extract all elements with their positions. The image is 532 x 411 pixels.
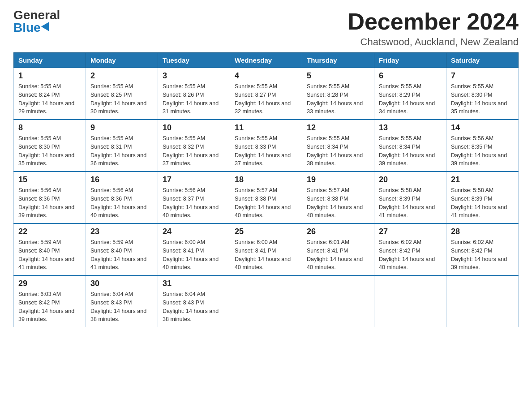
calendar-cell: 23 Sunrise: 5:59 AMSunset: 8:40 PMDaylig… <box>86 223 158 275</box>
day-info: Sunrise: 5:55 AMSunset: 8:27 PMDaylight:… <box>235 83 291 115</box>
day-number: 18 <box>235 175 297 184</box>
day-number: 19 <box>307 175 369 184</box>
day-info: Sunrise: 5:55 AMSunset: 8:31 PMDaylight:… <box>90 135 146 167</box>
day-info: Sunrise: 5:59 AMSunset: 8:40 PMDaylight:… <box>90 239 146 270</box>
day-number: 26 <box>307 227 369 236</box>
day-info: Sunrise: 5:56 AMSunset: 8:35 PMDaylight:… <box>451 135 507 167</box>
calendar-cell: 19 Sunrise: 5:57 AMSunset: 8:38 PMDaylig… <box>302 171 374 223</box>
calendar-cell: 1 Sunrise: 5:55 AMSunset: 8:24 PMDayligh… <box>14 68 86 120</box>
day-info: Sunrise: 5:55 AMSunset: 8:33 PMDaylight:… <box>235 135 291 167</box>
day-number: 23 <box>90 227 153 236</box>
logo: General Blue <box>13 9 60 34</box>
day-number: 21 <box>451 175 514 184</box>
week-row-2: 8 Sunrise: 5:55 AMSunset: 8:30 PMDayligh… <box>14 120 519 171</box>
day-info: Sunrise: 5:55 AMSunset: 8:30 PMDaylight:… <box>18 135 74 167</box>
calendar-cell: 14 Sunrise: 5:56 AMSunset: 8:35 PMDaylig… <box>446 120 519 171</box>
day-info: Sunrise: 5:55 AMSunset: 8:34 PMDaylight:… <box>379 135 435 167</box>
calendar-cell: 2 Sunrise: 5:55 AMSunset: 8:25 PMDayligh… <box>86 68 158 120</box>
day-info: Sunrise: 6:02 AMSunset: 8:42 PMDaylight:… <box>451 239 507 270</box>
month-title: December 2024 <box>348 9 519 34</box>
day-info: Sunrise: 5:55 AMSunset: 8:30 PMDaylight:… <box>451 83 507 115</box>
day-number: 17 <box>163 175 225 184</box>
week-row-5: 29 Sunrise: 6:03 AMSunset: 8:42 PMDaylig… <box>14 275 519 327</box>
day-info: Sunrise: 5:55 AMSunset: 8:34 PMDaylight:… <box>307 135 363 167</box>
day-info: Sunrise: 5:55 AMSunset: 8:32 PMDaylight:… <box>163 135 219 167</box>
calendar-cell: 27 Sunrise: 6:02 AMSunset: 8:42 PMDaylig… <box>374 223 446 275</box>
weekday-header-sunday: Sunday <box>14 53 86 68</box>
day-info: Sunrise: 6:01 AMSunset: 8:41 PMDaylight:… <box>307 239 363 270</box>
day-number: 28 <box>451 227 514 236</box>
location-subtitle: Chatswood, Auckland, New Zealand <box>348 36 519 48</box>
day-number: 14 <box>451 123 514 133</box>
day-number: 11 <box>235 123 297 133</box>
day-number: 24 <box>163 227 225 236</box>
calendar-cell: 25 Sunrise: 6:00 AMSunset: 8:41 PMDaylig… <box>230 223 302 275</box>
calendar-cell: 18 Sunrise: 5:57 AMSunset: 8:38 PMDaylig… <box>230 171 302 223</box>
calendar-cell: 5 Sunrise: 5:55 AMSunset: 8:28 PMDayligh… <box>302 68 374 120</box>
day-number: 25 <box>235 227 297 236</box>
day-info: Sunrise: 5:55 AMSunset: 8:24 PMDaylight:… <box>18 83 74 115</box>
calendar-cell: 29 Sunrise: 6:03 AMSunset: 8:42 PMDaylig… <box>14 275 86 327</box>
day-number: 31 <box>163 279 225 288</box>
day-info: Sunrise: 5:56 AMSunset: 8:37 PMDaylight:… <box>163 187 219 218</box>
title-block: December 2024 Chatswood, Auckland, New Z… <box>348 9 519 48</box>
calendar-cell: 11 Sunrise: 5:55 AMSunset: 8:33 PMDaylig… <box>230 120 302 171</box>
weekday-header-thursday: Thursday <box>302 53 374 68</box>
day-info: Sunrise: 5:56 AMSunset: 8:36 PMDaylight:… <box>18 187 74 218</box>
day-info: Sunrise: 5:58 AMSunset: 8:39 PMDaylight:… <box>379 187 435 218</box>
weekday-header-wednesday: Wednesday <box>230 53 302 68</box>
calendar-cell: 17 Sunrise: 5:56 AMSunset: 8:37 PMDaylig… <box>158 171 230 223</box>
day-info: Sunrise: 5:56 AMSunset: 8:36 PMDaylight:… <box>90 187 146 218</box>
calendar-cell: 28 Sunrise: 6:02 AMSunset: 8:42 PMDaylig… <box>446 223 519 275</box>
day-info: Sunrise: 5:55 AMSunset: 8:29 PMDaylight:… <box>379 83 435 115</box>
calendar-cell <box>230 275 302 327</box>
calendar-cell: 12 Sunrise: 5:55 AMSunset: 8:34 PMDaylig… <box>302 120 374 171</box>
calendar-cell: 6 Sunrise: 5:55 AMSunset: 8:29 PMDayligh… <box>374 68 446 120</box>
day-number: 7 <box>451 71 514 81</box>
day-info: Sunrise: 5:59 AMSunset: 8:40 PMDaylight:… <box>18 239 74 270</box>
day-info: Sunrise: 6:02 AMSunset: 8:42 PMDaylight:… <box>379 239 435 270</box>
day-number: 2 <box>90 71 153 81</box>
day-number: 15 <box>18 175 81 184</box>
calendar-cell: 22 Sunrise: 5:59 AMSunset: 8:40 PMDaylig… <box>14 223 86 275</box>
calendar-cell: 30 Sunrise: 6:04 AMSunset: 8:43 PMDaylig… <box>86 275 158 327</box>
day-info: Sunrise: 6:03 AMSunset: 8:42 PMDaylight:… <box>18 291 74 322</box>
day-number: 27 <box>379 227 442 236</box>
day-number: 4 <box>235 71 297 81</box>
day-number: 1 <box>18 71 81 81</box>
day-number: 20 <box>379 175 442 184</box>
day-number: 12 <box>307 123 369 133</box>
calendar-cell: 20 Sunrise: 5:58 AMSunset: 8:39 PMDaylig… <box>374 171 446 223</box>
calendar-cell: 13 Sunrise: 5:55 AMSunset: 8:34 PMDaylig… <box>374 120 446 171</box>
day-number: 6 <box>379 71 442 81</box>
day-info: Sunrise: 6:00 AMSunset: 8:41 PMDaylight:… <box>163 239 219 270</box>
day-info: Sunrise: 5:57 AMSunset: 8:38 PMDaylight:… <box>235 187 291 218</box>
day-info: Sunrise: 5:55 AMSunset: 8:26 PMDaylight:… <box>163 83 219 115</box>
calendar-cell: 10 Sunrise: 5:55 AMSunset: 8:32 PMDaylig… <box>158 120 230 171</box>
calendar-cell: 31 Sunrise: 6:04 AMSunset: 8:43 PMDaylig… <box>158 275 230 327</box>
calendar-cell: 21 Sunrise: 5:58 AMSunset: 8:39 PMDaylig… <box>446 171 519 223</box>
calendar-cell: 24 Sunrise: 6:00 AMSunset: 8:41 PMDaylig… <box>158 223 230 275</box>
day-info: Sunrise: 5:58 AMSunset: 8:39 PMDaylight:… <box>451 187 507 218</box>
week-row-4: 22 Sunrise: 5:59 AMSunset: 8:40 PMDaylig… <box>14 223 519 275</box>
logo-general-text: General <box>13 9 60 21</box>
weekday-header-saturday: Saturday <box>446 53 519 68</box>
logo-triangle-icon <box>41 22 53 34</box>
calendar-cell: 26 Sunrise: 6:01 AMSunset: 8:41 PMDaylig… <box>302 223 374 275</box>
day-info: Sunrise: 5:55 AMSunset: 8:28 PMDaylight:… <box>307 83 363 115</box>
weekday-header-monday: Monday <box>86 53 158 68</box>
calendar-cell <box>302 275 374 327</box>
day-number: 29 <box>18 279 81 288</box>
week-row-1: 1 Sunrise: 5:55 AMSunset: 8:24 PMDayligh… <box>14 68 519 120</box>
calendar-cell: 16 Sunrise: 5:56 AMSunset: 8:36 PMDaylig… <box>86 171 158 223</box>
calendar-table: SundayMondayTuesdayWednesdayThursdayFrid… <box>13 52 519 327</box>
day-number: 10 <box>163 123 225 133</box>
calendar-cell: 3 Sunrise: 5:55 AMSunset: 8:26 PMDayligh… <box>158 68 230 120</box>
calendar-cell: 8 Sunrise: 5:55 AMSunset: 8:30 PMDayligh… <box>14 120 86 171</box>
day-info: Sunrise: 5:57 AMSunset: 8:38 PMDaylight:… <box>307 187 363 218</box>
calendar-cell <box>446 275 519 327</box>
calendar-cell: 15 Sunrise: 5:56 AMSunset: 8:36 PMDaylig… <box>14 171 86 223</box>
calendar-cell: 4 Sunrise: 5:55 AMSunset: 8:27 PMDayligh… <box>230 68 302 120</box>
week-row-3: 15 Sunrise: 5:56 AMSunset: 8:36 PMDaylig… <box>14 171 519 223</box>
calendar-cell: 7 Sunrise: 5:55 AMSunset: 8:30 PMDayligh… <box>446 68 519 120</box>
